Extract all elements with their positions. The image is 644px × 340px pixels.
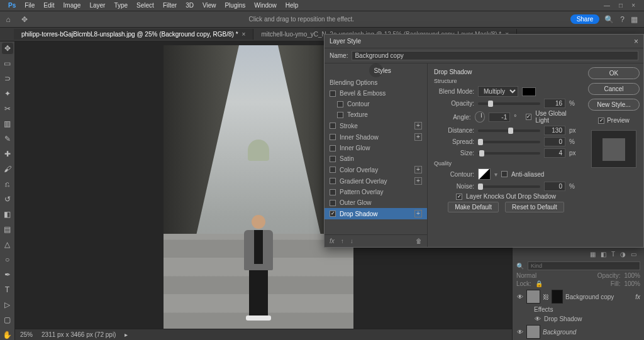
- effect-pattern-overlay[interactable]: Pattern Overlay: [325, 187, 427, 197]
- menu-view[interactable]: View: [198, 2, 221, 9]
- effect-satin[interactable]: Satin: [325, 153, 427, 164]
- angle-dial[interactable]: [475, 111, 486, 123]
- add-effect-icon[interactable]: +: [414, 177, 422, 185]
- blend-mode-select[interactable]: Multiply: [478, 86, 518, 97]
- fill-value[interactable]: 100%: [624, 280, 640, 287]
- menu-image[interactable]: Image: [59, 2, 86, 9]
- effect-gradient-overlay[interactable]: Gradient Overlay+: [325, 175, 427, 187]
- layer-thumb[interactable]: [526, 325, 540, 339]
- spread-slider[interactable]: [478, 141, 540, 143]
- distance-input[interactable]: [544, 126, 565, 135]
- layer-mask-thumb[interactable]: [552, 290, 563, 304]
- menu-file[interactable]: File: [20, 2, 39, 9]
- spread-input[interactable]: [544, 137, 565, 146]
- lock-icon[interactable]: 🔒: [535, 280, 543, 287]
- opacity-input[interactable]: [544, 99, 565, 108]
- ok-button[interactable]: OK: [588, 67, 640, 79]
- effect-stroke[interactable]: Stroke+: [325, 120, 427, 131]
- add-effect-icon[interactable]: +: [414, 133, 422, 141]
- layer-row[interactable]: 👁 Background: [516, 324, 640, 340]
- menu-window[interactable]: Window: [250, 2, 281, 9]
- effect-texture[interactable]: Texture: [325, 109, 427, 120]
- panel-icon[interactable]: T: [611, 251, 615, 260]
- effect-drop-shadow[interactable]: Drop Shadow+: [325, 208, 427, 219]
- menu-type[interactable]: Type: [109, 2, 132, 9]
- trash-icon[interactable]: 🗑: [416, 238, 422, 244]
- add-effect-icon[interactable]: +: [414, 210, 422, 217]
- contour-picker[interactable]: [478, 168, 491, 180]
- status-zoom[interactable]: 25%: [20, 331, 33, 338]
- move-tool-icon[interactable]: ✥: [2, 43, 13, 54]
- styles-header[interactable]: Styles: [369, 63, 383, 77]
- make-default-button[interactable]: Make Default: [448, 202, 499, 212]
- menu-select[interactable]: Select: [132, 2, 158, 9]
- history-brush-tool-icon[interactable]: ↺: [2, 194, 13, 205]
- lasso-tool-icon[interactable]: ⊃: [2, 73, 13, 84]
- document-tab-active[interactable]: philipp-torres-bGajBlcmbL8-unsplash.jpg …: [14, 29, 253, 40]
- menu-edit[interactable]: Edit: [39, 2, 58, 9]
- blending-options-row[interactable]: Blending Options: [325, 77, 427, 88]
- eyedropper-tool-icon[interactable]: ✎: [2, 133, 13, 145]
- stamp-tool-icon[interactable]: ⎌: [2, 178, 13, 190]
- menu-help[interactable]: Help: [281, 2, 303, 9]
- shape-tool-icon[interactable]: ▢: [2, 314, 13, 326]
- arrow-up-icon[interactable]: ↑: [341, 238, 344, 244]
- fx-menu-icon[interactable]: fx: [330, 238, 335, 244]
- layer-name-input[interactable]: [352, 51, 638, 60]
- menu-3d[interactable]: 3D: [181, 2, 198, 9]
- effect-bevel[interactable]: Bevel & Emboss: [325, 88, 427, 99]
- close-tab-icon[interactable]: ×: [242, 31, 246, 38]
- search-icon[interactable]: 🔍: [604, 15, 614, 24]
- panel-icon[interactable]: ▭: [631, 251, 636, 260]
- fx-badge[interactable]: fx: [635, 293, 640, 300]
- effect-inner-shadow[interactable]: Inner Shadow+: [325, 131, 427, 143]
- menu-plugins[interactable]: Plugins: [220, 2, 250, 9]
- search-icon[interactable]: 🔍: [516, 263, 524, 270]
- type-tool-icon[interactable]: T: [2, 284, 13, 295]
- effect-color-overlay[interactable]: Color Overlay+: [325, 164, 427, 175]
- menu-filter[interactable]: Filter: [158, 2, 181, 9]
- arrow-down-icon[interactable]: ↓: [350, 238, 353, 244]
- layer-thumb[interactable]: [526, 290, 540, 304]
- crop-tool-icon[interactable]: ✂: [2, 103, 13, 114]
- panel-icon[interactable]: ▦: [590, 251, 596, 260]
- noise-input[interactable]: [544, 182, 565, 191]
- shadow-color-swatch[interactable]: [522, 87, 536, 96]
- status-chevron-icon[interactable]: ▸: [125, 331, 128, 338]
- layer-row[interactable]: 👁 ⛓ Background copy fx: [516, 288, 640, 305]
- frame-tool-icon[interactable]: ▥: [2, 118, 13, 129]
- home-icon[interactable]: ⌂: [0, 15, 16, 24]
- visibility-icon[interactable]: 👁: [516, 329, 524, 336]
- effect-contour[interactable]: Contour: [325, 99, 427, 109]
- opacity-slider[interactable]: [478, 102, 540, 105]
- layer-effect-row[interactable]: 👁 Drop Shadow: [516, 314, 640, 324]
- size-slider[interactable]: [478, 152, 540, 155]
- workspace-icon[interactable]: ▦: [631, 15, 638, 24]
- opacity-value[interactable]: 100%: [624, 272, 640, 279]
- add-effect-icon[interactable]: +: [414, 166, 422, 173]
- help-icon[interactable]: ?: [620, 15, 625, 24]
- eraser-tool-icon[interactable]: ◧: [2, 209, 13, 220]
- distance-slider[interactable]: [478, 129, 540, 132]
- heal-tool-icon[interactable]: ✚: [2, 148, 13, 160]
- hand-tool-icon[interactable]: ✋: [2, 329, 13, 340]
- new-style-button[interactable]: New Style...: [588, 99, 640, 111]
- wand-tool-icon[interactable]: ✦: [2, 88, 13, 99]
- blur-tool-icon[interactable]: △: [2, 239, 13, 250]
- dialog-close-icon[interactable]: ×: [634, 37, 638, 46]
- add-effect-icon[interactable]: +: [414, 122, 422, 129]
- global-light-checkbox[interactable]: [526, 114, 531, 120]
- reset-default-button[interactable]: Reset to Default: [505, 202, 564, 212]
- antialias-checkbox[interactable]: [501, 171, 508, 177]
- visibility-icon[interactable]: 👁: [534, 315, 541, 322]
- visibility-icon[interactable]: 👁: [516, 293, 524, 300]
- layer-effects-row[interactable]: Effects: [516, 305, 640, 314]
- layers-search-input[interactable]: [528, 261, 640, 270]
- effect-outer-glow[interactable]: Outer Glow: [325, 197, 427, 208]
- brush-tool-icon[interactable]: 🖌: [2, 163, 13, 175]
- angle-input[interactable]: [489, 112, 510, 122]
- noise-slider[interactable]: [478, 185, 540, 188]
- window-maximize-icon[interactable]: □: [619, 2, 623, 9]
- window-minimize-icon[interactable]: —: [604, 2, 610, 9]
- window-close-icon[interactable]: ×: [631, 2, 635, 9]
